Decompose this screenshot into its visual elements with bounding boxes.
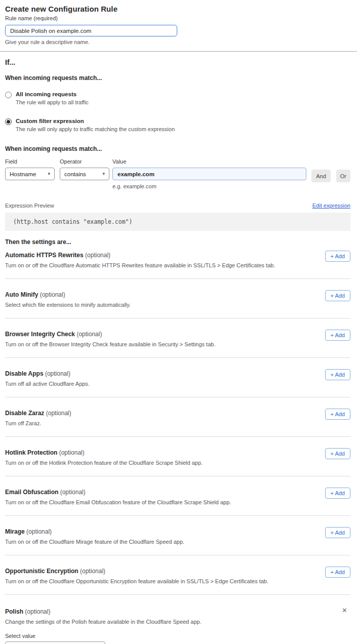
- edit-expression-link[interactable]: Edit expression: [312, 203, 350, 209]
- settings-list: Automatic HTTPS Rewrites (optional) Turn…: [5, 246, 350, 644]
- setting-description: Turn on or off the Cloudflare Mirage fea…: [5, 539, 350, 545]
- option-custom-filter-expression[interactable]: Custom filter expression The rule will o…: [5, 118, 350, 132]
- setting-row-disable-zaraz: Disable Zaraz (optional) Turn off Zaraz.…: [5, 397, 350, 437]
- radio-option-label: Custom filter expression: [16, 118, 175, 124]
- match-type-heading: When incoming requests match...: [5, 74, 350, 82]
- close-icon[interactable]: ✕: [342, 607, 347, 614]
- optional-tag: (optional): [46, 410, 71, 417]
- setting-row-hotlink-protection: Hotlink Protection (optional) Turn on or…: [5, 437, 350, 476]
- optional-tag: (optional): [76, 331, 102, 338]
- add-button[interactable]: + Add: [325, 409, 350, 420]
- setting-description: Change the settings of the Polish featur…: [5, 619, 350, 625]
- expression-builder-row: Field Hostname ▾ Operator contains ▾ Val…: [5, 158, 350, 189]
- then-settings-heading: Then the settings are...: [5, 238, 350, 246]
- or-button[interactable]: Or: [336, 170, 350, 182]
- radio-option-label: All incoming requests: [16, 91, 89, 97]
- add-button[interactable]: + Add: [325, 448, 350, 459]
- add-button[interactable]: + Add: [325, 567, 350, 578]
- setting-row-opportunistic-encryption: Opportunistic Encryption (optional) Turn…: [5, 555, 350, 595]
- setting-description: Turn on or off the Hotlink Protection fe…: [5, 460, 350, 466]
- field-label: Field: [5, 158, 55, 165]
- setting-name: Automatic HTTPS Rewrites: [5, 252, 84, 259]
- rule-name-input[interactable]: [5, 25, 177, 36]
- setting-description: Turn on or off the Browser Integrity Che…: [5, 341, 350, 347]
- add-button[interactable]: + Add: [325, 290, 350, 301]
- setting-name: Mirage: [5, 528, 25, 535]
- optional-tag: (optional): [59, 449, 85, 456]
- add-button[interactable]: + Add: [325, 330, 350, 341]
- value-help: e.g. example.com: [112, 183, 306, 189]
- operator-label: Operator: [60, 158, 109, 165]
- setting-name: Disable Apps: [5, 370, 44, 377]
- add-button[interactable]: + Add: [325, 527, 350, 538]
- rule-name-label: Rule name (required): [5, 15, 58, 21]
- setting-description: Turn on or off the Cloudflare Automatic …: [5, 262, 350, 268]
- optional-tag: (optional): [25, 608, 50, 615]
- optional-tag: (optional): [45, 370, 70, 377]
- setting-name: Browser Integrity Check: [5, 331, 75, 338]
- expression-preview-code: (http.host contains "example.com"): [5, 213, 350, 231]
- setting-description: Turn on or off the Cloudflare Email Obfu…: [5, 499, 350, 505]
- setting-row-automatic-https-rewrites: Automatic HTTPS Rewrites (optional) Turn…: [5, 246, 350, 279]
- radio-option-description: The rule will only apply to traffic matc…: [16, 126, 175, 132]
- section-divider: [0, 51, 357, 52]
- setting-row-mirage: Mirage (optional) Turn on or off the Clo…: [5, 516, 350, 555]
- setting-description: Turn off Zaraz.: [5, 420, 350, 426]
- optional-tag: (optional): [26, 528, 52, 535]
- chevron-down-icon: ▾: [48, 172, 50, 176]
- select-value-label: Select value: [5, 633, 350, 639]
- expression-preview-label: Expression Preview: [5, 203, 54, 209]
- add-button[interactable]: + Add: [325, 369, 350, 380]
- setting-name: Email Obfuscation: [5, 489, 58, 496]
- setting-name: Hotlink Protection: [5, 449, 57, 456]
- expression-builder-heading: When incoming requests match...: [5, 145, 350, 152]
- add-button[interactable]: + Add: [325, 488, 350, 499]
- optional-tag: (optional): [40, 291, 65, 298]
- setting-description: Select which file extensions to minify a…: [5, 302, 350, 308]
- optional-tag: (optional): [60, 489, 86, 496]
- setting-row-polish: Polish (optional) ✕ Change the settings …: [5, 595, 350, 644]
- and-button[interactable]: And: [311, 170, 331, 182]
- setting-name: Disable Zaraz: [5, 410, 44, 417]
- optional-tag: (optional): [85, 252, 110, 259]
- setting-description: Turn on or off the Cloudflare Opportunis…: [5, 578, 350, 584]
- setting-name: Auto Minify: [5, 291, 38, 298]
- configuration-rule-form: Create new Configuration Rule Rule name …: [0, 0, 357, 644]
- page-title: Create new Configuration Rule: [5, 0, 350, 13]
- optional-tag: (optional): [80, 568, 105, 575]
- add-button[interactable]: + Add: [325, 251, 350, 262]
- radio-option-description: The rule will apply to all traffic: [16, 99, 89, 105]
- field-select-value: Hostname: [10, 171, 36, 177]
- field-select[interactable]: Hostname ▾: [5, 168, 55, 180]
- setting-row-browser-integrity-check: Browser Integrity Check (optional) Turn …: [5, 318, 350, 358]
- setting-name: Polish: [5, 608, 23, 615]
- setting-row-email-obfuscation: Email Obfuscation (optional) Turn on or …: [5, 476, 350, 516]
- setting-row-disable-apps: Disable Apps (optional) Turn off all act…: [5, 358, 350, 397]
- operator-select[interactable]: contains ▾: [60, 168, 109, 180]
- operator-select-value: contains: [64, 171, 86, 177]
- setting-row-auto-minify: Auto Minify (optional) Select which file…: [5, 279, 350, 318]
- chevron-down-icon: ▾: [102, 172, 105, 176]
- setting-name: Opportunistic Encryption: [5, 568, 78, 575]
- option-all-incoming-requests[interactable]: All incoming requests The rule will appl…: [5, 91, 350, 105]
- radio-button-selected[interactable]: [5, 118, 12, 125]
- value-label: Value: [112, 158, 306, 165]
- value-input[interactable]: [112, 168, 306, 180]
- radio-button[interactable]: [5, 92, 12, 98]
- setting-description: Turn off all active Cloudflare Apps.: [5, 381, 350, 387]
- rule-name-help: Give your rule a descriptive name.: [5, 39, 350, 45]
- if-heading: If...: [5, 58, 350, 66]
- polish-value-select[interactable]: Off ▾: [5, 641, 105, 644]
